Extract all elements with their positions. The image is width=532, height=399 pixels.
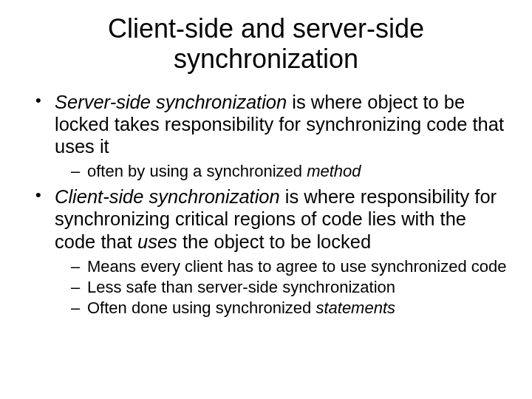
term-emphasis: statements <box>316 299 395 317</box>
sub-text: often by using a synchronized <box>87 162 307 180</box>
sub-list: often by using a synchronized method <box>55 162 510 181</box>
list-item: Less safe than server-side synchronizati… <box>71 278 510 297</box>
term-emphasis: method <box>307 162 361 180</box>
list-item: Client-side synchronization is where res… <box>35 185 510 318</box>
term-emphasis: Server-side synchronization <box>55 92 287 112</box>
bullet-text: the object to be locked <box>177 231 371 252</box>
term-emphasis: Client-side synchronization <box>55 186 280 207</box>
list-item: often by using a synchronized method <box>71 162 510 181</box>
term-emphasis: uses <box>137 231 177 252</box>
sub-text: Less safe than server-side synchronizati… <box>87 278 395 296</box>
sub-text: Means every client has to agree to use s… <box>87 257 506 276</box>
slide-title: Client-side and server-side synchronizat… <box>22 13 510 75</box>
bullet-list: Server-side synchronization is where obj… <box>22 91 510 318</box>
list-item: Often done using synchronized statements <box>71 299 510 318</box>
list-item: Means every client has to agree to use s… <box>71 257 510 276</box>
sub-text: Often done using synchronized <box>87 299 316 317</box>
sub-list: Means every client has to agree to use s… <box>55 257 510 318</box>
list-item: Server-side synchronization is where obj… <box>35 91 510 182</box>
